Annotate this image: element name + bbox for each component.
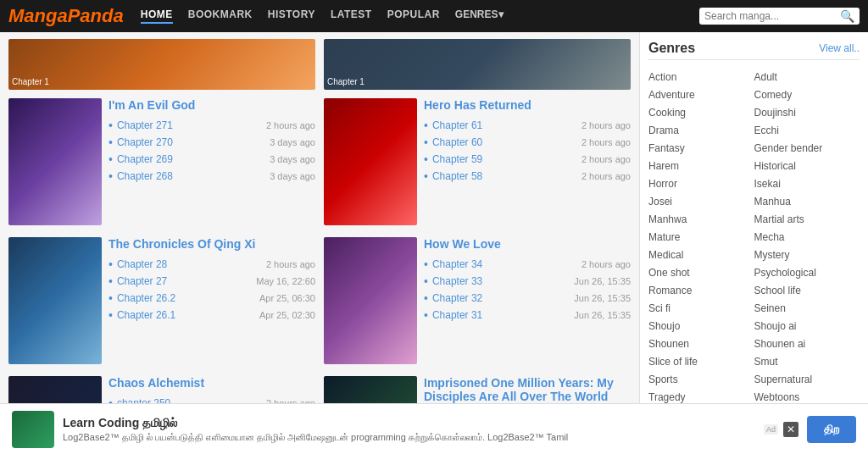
chapter-link[interactable]: Chapter 33 [432,275,567,287]
chapter-link[interactable]: Chapter 269 [117,153,263,165]
genre-comedy[interactable]: Comedy [754,86,860,103]
nav-genres[interactable]: GENRES▾ [455,8,504,24]
top-right-label: Chapter 1 [327,77,364,86]
chapter-time: Apr 25, 06:30 [259,293,315,303]
genre-shounen[interactable]: Shounen [648,335,754,352]
genre-action[interactable]: Action [648,69,754,86]
genre-shounen-ai[interactable]: Shounen ai [754,335,860,352]
genre-medical[interactable]: Medical [648,246,754,263]
manga-thumb-hero[interactable] [324,98,417,225]
list-item: Chapter 26.2Apr 25, 06:30 [108,290,315,307]
manga-title-evil-god[interactable]: I'm An Evil God [108,98,315,112]
search-input[interactable] [704,10,840,22]
genre-harem[interactable]: Harem [648,158,754,174]
genre-psychological[interactable]: Psychological [754,264,860,281]
chapter-link[interactable]: Chapter 58 [432,170,575,182]
manga-title-how-we-love[interactable]: How We Love [424,237,631,251]
chapter-link[interactable]: Chapter 26.2 [117,292,253,304]
logo[interactable]: MangaPanda [8,5,124,27]
manga-info-hero: Hero Has Returned Chapter 612 hours ago … [424,98,631,225]
genre-horror[interactable]: Horror [648,175,754,192]
view-all-link[interactable]: View all.. [819,42,860,54]
genre-isekai[interactable]: Isekai [754,175,860,192]
chapter-link[interactable]: Chapter 268 [117,170,263,182]
genre-ecchi[interactable]: Ecchi [754,122,860,139]
manga-thumb-evil-god[interactable] [8,98,102,225]
manga-card-hero: Hero Has Returned Chapter 612 hours ago … [324,98,631,225]
ad-cta-button[interactable]: திற [807,416,856,443]
genre-seinen[interactable]: Seinen [754,300,860,317]
genre-smut[interactable]: Smut [754,353,860,370]
genre-school-life[interactable]: School life [754,282,860,299]
genre-manhwa[interactable]: Manhwa [648,211,754,228]
genre-historical[interactable]: Historical [754,158,860,174]
genre-adventure[interactable]: Adventure [648,86,754,103]
manga-title-chaos[interactable]: Chaos Alchemist [108,376,315,390]
nav-latest[interactable]: LATEST [331,8,372,24]
manga-card-how-we-love: How We Love Chapter 342 hours ago Chapte… [324,237,631,364]
genre-doujinshi[interactable]: Doujinshi [754,104,860,121]
genre-cooking[interactable]: Cooking [648,104,754,121]
genre-shoujo-ai[interactable]: Shoujo ai [754,318,860,335]
genre-gender-bender[interactable]: Gender bender [754,140,860,157]
list-item: Chapter 27May 16, 22:60 [108,273,315,290]
chapter-time: 3 days ago [270,154,315,164]
chapter-time: 2 hours ago [266,259,315,269]
chapter-link[interactable]: Chapter 31 [432,309,567,321]
manga-title-imprisoned[interactable]: Imprisoned One Million Years: My Discipl… [424,376,631,403]
genre-one-shot[interactable]: One shot [648,264,754,281]
ad-close-button[interactable]: ✕ [783,422,798,437]
chapter-link[interactable]: Chapter 32 [432,292,567,304]
nav-popular[interactable]: POPULAR [387,8,440,24]
genre-adult[interactable]: Adult [754,69,860,86]
chapter-link[interactable]: Chapter 34 [432,258,575,270]
genre-mature[interactable]: Mature [648,229,754,246]
genre-josei[interactable]: Josei [648,193,754,210]
genre-mystery[interactable]: Mystery [754,246,860,263]
list-item: Chapter 612 hours ago [424,117,631,134]
genre-slice-of-life[interactable]: Slice of life [648,353,754,370]
chapter-link[interactable]: Chapter 26.1 [117,309,253,321]
genre-mecha[interactable]: Mecha [754,229,860,246]
chapter-link[interactable]: Chapter 270 [117,136,263,148]
chapter-time: May 16, 22:60 [256,276,315,286]
genre-fantasy[interactable]: Fantasy [648,140,754,157]
chapter-link[interactable]: Chapter 61 [432,119,575,131]
list-item: Chapter 2712 hours ago [108,117,315,134]
sidebar: Genres View all.. Action Adult Adventure… [639,32,868,454]
manga-title-chronicles[interactable]: The Chronicles Of Qing Xi [108,237,315,251]
nav-history[interactable]: HISTORY [268,8,315,24]
list-item: Chapter 342 hours ago [424,256,631,273]
manga-title-hero[interactable]: Hero Has Returned [424,98,631,112]
chapter-link[interactable]: Chapter 27 [117,275,249,287]
manga-thumb-how-we-love[interactable] [324,237,417,364]
nav-bookmark[interactable]: BOOKMARK [188,8,253,24]
genre-supernatural[interactable]: Supernatural [754,371,860,388]
content-area: Chapter 1 Chapter 1 I'm An Evil God Chap… [0,32,639,454]
nav-home[interactable]: HOME [141,8,173,24]
manga-row-2: The Chronicles Of Qing Xi Chapter 282 ho… [8,237,631,364]
chapter-link[interactable]: Chapter 28 [117,258,259,270]
manga-thumb-chronicles[interactable] [8,237,102,364]
chapter-link[interactable]: Chapter 59 [432,153,575,165]
genre-martial-arts[interactable]: Martial arts [754,211,860,228]
chapter-link[interactable]: Chapter 271 [117,119,259,131]
genre-sports[interactable]: Sports [648,371,754,388]
chapter-list-hero: Chapter 612 hours ago Chapter 602 hours … [424,117,631,185]
list-item: Chapter 31Jun 26, 15:35 [424,307,631,324]
main-container: Chapter 1 Chapter 1 I'm An Evil God Chap… [0,32,868,454]
genre-shoujo[interactable]: Shoujo [648,318,754,335]
ad-banner: Learn Coding தமிழில் Log2Base2™ தமிழி ல்… [0,403,868,454]
manga-info-how-we-love: How We Love Chapter 342 hours ago Chapte… [424,237,631,364]
genre-romance[interactable]: Romance [648,282,754,299]
list-item: Chapter 2703 days ago [108,134,315,151]
chapter-time: 3 days ago [270,137,315,147]
genres-section-title: Genres View all.. [648,41,860,60]
top-strip-right: Chapter 1 [324,39,631,90]
chapter-link[interactable]: Chapter 60 [432,136,575,148]
genre-drama[interactable]: Drama [648,122,754,139]
manga-card-chronicles: The Chronicles Of Qing Xi Chapter 282 ho… [8,237,315,364]
search-icon[interactable]: 🔍 [840,9,854,23]
genre-manhua[interactable]: Manhua [754,193,860,210]
genre-sci-fi[interactable]: Sci fi [648,300,754,317]
